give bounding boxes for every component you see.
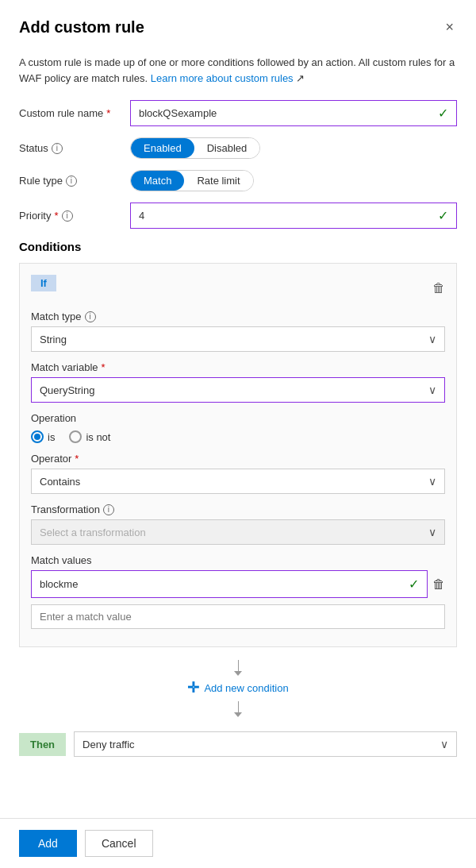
add-condition-button[interactable]: ✛ Add new condition bbox=[187, 679, 288, 696]
arrow-head bbox=[234, 671, 242, 676]
match-type-select[interactable]: String ∨ bbox=[31, 326, 445, 352]
operation-is-item[interactable]: is bbox=[31, 430, 55, 443]
required-star: * bbox=[106, 107, 110, 119]
status-disabled-button[interactable]: Disabled bbox=[194, 138, 260, 158]
operation-radio-group: is is not bbox=[31, 430, 445, 443]
status-info-icon: i bbox=[52, 143, 63, 154]
priority-row: Priority * i 4 ✓ bbox=[19, 203, 457, 229]
custom-rule-name-control: blockQSexample ✓ bbox=[130, 100, 457, 126]
learn-more-link[interactable]: Learn more about custom rules bbox=[151, 72, 294, 84]
match-value-input-1[interactable]: blockme ✓ bbox=[31, 570, 428, 598]
dialog-header: Add custom rule × bbox=[0, 0, 476, 47]
status-enabled-button[interactable]: Enabled bbox=[131, 138, 194, 158]
rule-type-label: Rule type i bbox=[19, 175, 130, 187]
match-values-label: Match values bbox=[31, 554, 445, 566]
arrow-connector-2 bbox=[234, 701, 242, 717]
then-chevron-icon: ∨ bbox=[440, 738, 448, 750]
operator-label: Operator * bbox=[31, 453, 445, 465]
transformation-chevron-icon: ∨ bbox=[428, 526, 436, 538]
custom-rule-name-row: Custom rule name * blockQSexample ✓ bbox=[19, 100, 457, 126]
match-type-label: Match type i bbox=[31, 311, 445, 322]
transformation-info-icon: i bbox=[103, 504, 114, 515]
operation-is-radio[interactable] bbox=[31, 430, 44, 443]
valid-check-icon: ✓ bbox=[438, 106, 448, 121]
delete-condition-icon[interactable]: 🗑 bbox=[432, 281, 445, 295]
arrow-line bbox=[238, 660, 239, 671]
status-toggle-group: Enabled Disabled bbox=[130, 137, 260, 159]
dialog-title: Add custom rule bbox=[19, 18, 144, 37]
priority-input[interactable]: 4 ✓ bbox=[130, 203, 457, 229]
operation-is-not-radio[interactable] bbox=[69, 430, 82, 443]
arrow-head-2 bbox=[234, 712, 242, 717]
dialog-body: A custom rule is made up of one or more … bbox=[0, 47, 476, 818]
rule-type-match-button[interactable]: Match bbox=[131, 171, 184, 191]
condition-header: If 🗑 bbox=[31, 275, 445, 301]
cancel-button[interactable]: Cancel bbox=[85, 830, 153, 857]
custom-rule-name-input[interactable]: blockQSexample ✓ bbox=[130, 100, 457, 126]
match-variable-chevron-icon: ∨ bbox=[428, 384, 436, 396]
operation-is-not-item[interactable]: is not bbox=[69, 430, 110, 443]
rule-type-info-icon: i bbox=[66, 176, 77, 187]
rule-type-control: Match Rate limit bbox=[130, 170, 457, 191]
priority-required-star: * bbox=[54, 210, 58, 222]
priority-label: Priority * i bbox=[19, 210, 130, 222]
match-type-info-icon: i bbox=[85, 311, 96, 322]
add-condition-row: ✛ Add new condition bbox=[19, 655, 457, 720]
operation-label: Operation bbox=[31, 412, 445, 424]
operation-row: Operation is is not bbox=[31, 412, 445, 443]
description-text: A custom rule is made up of one or more … bbox=[19, 55, 457, 86]
custom-rule-name-label: Custom rule name * bbox=[19, 107, 130, 119]
close-button[interactable]: × bbox=[442, 16, 457, 39]
dialog-footer: Add Cancel bbox=[0, 818, 476, 868]
delete-match-value-icon[interactable]: 🗑 bbox=[432, 577, 445, 592]
match-variable-select[interactable]: QueryString ∨ bbox=[31, 377, 445, 403]
operator-chevron-icon: ∨ bbox=[428, 475, 436, 488]
rule-type-toggle-group: Match Rate limit bbox=[130, 170, 254, 191]
add-custom-rule-dialog: Add custom rule × A custom rule is made … bbox=[0, 0, 476, 868]
match-variable-label: Match variable * bbox=[31, 361, 445, 373]
rule-type-rate-limit-button[interactable]: Rate limit bbox=[184, 171, 252, 191]
conditions-section-title: Conditions bbox=[19, 240, 457, 253]
then-row: Then Deny traffic ∨ bbox=[19, 731, 457, 757]
match-type-chevron-icon: ∨ bbox=[428, 333, 436, 345]
then-label: Then bbox=[19, 733, 66, 756]
then-action-select[interactable]: Deny traffic ∨ bbox=[74, 731, 457, 757]
match-value-valid-icon: ✓ bbox=[409, 577, 419, 592]
priority-valid-icon: ✓ bbox=[438, 208, 448, 223]
transformation-label: Transformation i bbox=[31, 503, 445, 515]
match-value-row-empty bbox=[31, 604, 445, 629]
match-value-row-1: blockme ✓ 🗑 bbox=[31, 570, 445, 598]
if-label: If bbox=[31, 275, 56, 291]
add-button[interactable]: Add bbox=[19, 830, 77, 857]
status-label: Status i bbox=[19, 142, 130, 154]
operator-select[interactable]: Contains ∨ bbox=[31, 469, 445, 494]
priority-info-icon: i bbox=[62, 210, 73, 222]
priority-control: 4 ✓ bbox=[130, 203, 457, 229]
status-control: Enabled Disabled bbox=[130, 137, 457, 159]
status-row: Status i Enabled Disabled bbox=[19, 137, 457, 159]
match-value-empty-input[interactable] bbox=[31, 604, 445, 629]
plus-icon: ✛ bbox=[187, 679, 199, 696]
rule-type-row: Rule type i Match Rate limit bbox=[19, 170, 457, 191]
conditions-box: If 🗑 Match type i String ∨ Match variabl… bbox=[19, 263, 457, 647]
arrow-connector bbox=[234, 660, 242, 676]
match-values-section: Match values blockme ✓ 🗑 bbox=[31, 554, 445, 629]
transformation-select[interactable]: Select a transformation ∨ bbox=[31, 519, 445, 545]
arrow-line-2 bbox=[238, 701, 239, 712]
